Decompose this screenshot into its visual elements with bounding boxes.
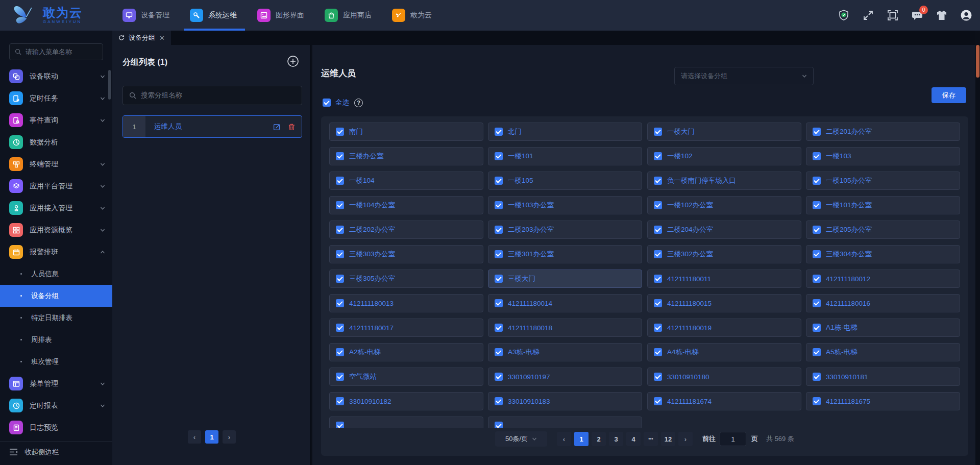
device-cell[interactable]: 412111180017 — [329, 319, 483, 337]
device-cell[interactable]: 二楼202办公室 — [329, 221, 483, 239]
device-cell[interactable]: 一楼101办公室 — [806, 196, 960, 214]
device-checkbox[interactable] — [336, 324, 344, 332]
device-checkbox[interactable] — [654, 201, 662, 209]
device-checkbox[interactable] — [495, 128, 503, 136]
sidebar-item[interactable]: 应用平台管理 — [0, 175, 112, 197]
device-checkbox[interactable] — [336, 128, 344, 136]
add-group-button[interactable] — [287, 55, 299, 67]
device-cell[interactable]: 33010910181 — [806, 368, 960, 386]
device-checkbox[interactable] — [654, 226, 662, 234]
device-cell[interactable]: 三楼301办公室 — [488, 245, 642, 263]
device-checkbox[interactable] — [654, 275, 662, 283]
device-checkbox[interactable] — [813, 152, 821, 160]
refresh-icon[interactable] — [118, 35, 125, 41]
tab-device-group[interactable]: 设备分组 ✕ — [112, 31, 171, 45]
tab-close-icon[interactable]: ✕ — [159, 35, 165, 41]
sidebar-item[interactable]: 终端管理 — [0, 153, 112, 175]
sidebar-item[interactable]: 数据分析 — [0, 131, 112, 153]
prev-page-button[interactable]: ‹ — [557, 432, 571, 446]
device-checkbox[interactable] — [495, 226, 503, 234]
page-size-select[interactable]: 50条/页 — [495, 431, 547, 447]
device-cell[interactable]: 二楼201办公室 — [806, 123, 960, 141]
device-cell[interactable]: 北门 — [488, 123, 642, 141]
device-cell[interactable]: 二楼205办公室 — [806, 221, 960, 239]
device-cell[interactable]: 一楼105办公室 — [806, 172, 960, 190]
device-checkbox[interactable] — [336, 397, 344, 405]
fullscreen-icon[interactable] — [862, 8, 875, 23]
device-cell[interactable]: 负一楼南门停车场入口 — [647, 172, 801, 190]
sidebar-subitem[interactable]: 周排表 — [0, 329, 112, 351]
goto-page-input[interactable]: 1 — [720, 432, 746, 446]
device-checkbox[interactable] — [813, 373, 821, 381]
nav-item-app-store[interactable]: 应用商店 — [325, 0, 386, 31]
sidebar-item[interactable]: 事件查询 — [0, 109, 112, 131]
device-checkbox[interactable] — [495, 152, 503, 160]
device-cell[interactable]: 412111180011 — [647, 270, 801, 288]
device-cell[interactable]: 三楼305办公室 — [329, 270, 483, 288]
device-group-select[interactable]: 请选择设备分组 — [674, 67, 814, 85]
device-checkbox[interactable] — [654, 397, 662, 405]
group-prev-page-button[interactable]: ‹ — [188, 430, 201, 444]
device-checkbox[interactable] — [495, 397, 503, 405]
brand-logo[interactable]: 敢为云 GANWEIYUN — [11, 3, 83, 27]
device-cell[interactable]: 一楼103 — [806, 147, 960, 165]
device-checkbox[interactable] — [336, 250, 344, 258]
device-cell[interactable]: 一楼102办公室 — [647, 196, 801, 214]
collapse-sidebar-button[interactable]: 收起侧边栏 — [0, 442, 112, 462]
device-cell[interactable]: 一楼104办公室 — [329, 196, 483, 214]
help-icon[interactable]: ? — [354, 99, 363, 107]
page-1-button[interactable]: 1 — [574, 432, 589, 446]
device-cell[interactable]: 一楼101 — [488, 147, 642, 165]
device-cell[interactable]: 412111180019 — [647, 319, 801, 337]
device-checkbox[interactable] — [654, 373, 662, 381]
device-checkbox[interactable] — [813, 348, 821, 356]
page-3-button[interactable]: 3 — [609, 432, 623, 446]
select-all-label[interactable]: 全选 — [335, 98, 349, 107]
device-checkbox[interactable] — [813, 128, 821, 136]
sidebar-item[interactable]: 定时报表 — [0, 395, 112, 417]
device-cell[interactable]: 33010910180 — [647, 368, 801, 386]
security-shield-icon[interactable] — [837, 8, 850, 23]
screenshot-frame-icon[interactable] — [886, 8, 899, 23]
user-avatar[interactable] — [960, 8, 973, 23]
device-checkbox[interactable] — [654, 250, 662, 258]
device-checkbox[interactable] — [813, 324, 821, 332]
device-checkbox[interactable] — [336, 152, 344, 160]
select-all-checkbox[interactable] — [323, 99, 331, 107]
device-cell-partial[interactable] — [488, 417, 642, 428]
device-checkbox[interactable] — [336, 201, 344, 209]
device-cell[interactable]: 412111180015 — [647, 294, 801, 312]
device-checkbox[interactable] — [495, 201, 503, 209]
device-cell[interactable]: 三楼大门 — [488, 270, 642, 288]
device-cell[interactable]: 412111180014 — [488, 294, 642, 312]
sidebar-item[interactable]: 设备联动 — [0, 65, 112, 87]
device-cell[interactable]: 三楼办公室 — [329, 147, 483, 165]
device-checkbox[interactable] — [654, 324, 662, 332]
device-checkbox[interactable] — [336, 422, 344, 428]
edit-icon[interactable] — [273, 123, 281, 131]
device-checkbox[interactable] — [495, 299, 503, 307]
device-cell[interactable]: 一楼102 — [647, 147, 801, 165]
device-checkbox[interactable] — [813, 201, 821, 209]
device-cell[interactable]: 一楼大门 — [647, 123, 801, 141]
device-checkbox[interactable] — [336, 348, 344, 356]
device-checkbox[interactable] — [813, 397, 821, 405]
device-cell[interactable]: 412111180013 — [329, 294, 483, 312]
device-checkbox[interactable] — [495, 250, 503, 258]
device-checkbox[interactable] — [654, 177, 662, 185]
theme-shirt-icon[interactable] — [935, 8, 948, 23]
device-checkbox[interactable] — [813, 226, 821, 234]
device-checkbox[interactable] — [654, 128, 662, 136]
nav-item-device-management[interactable]: 设备管理 — [122, 0, 184, 31]
device-checkbox[interactable] — [654, 299, 662, 307]
device-cell[interactable]: 三楼304办公室 — [806, 245, 960, 263]
device-cell[interactable]: 一楼103办公室 — [488, 196, 642, 214]
sidebar-subitem[interactable]: 人员信息 — [0, 263, 112, 285]
device-cell[interactable]: 三楼303办公室 — [329, 245, 483, 263]
device-checkbox[interactable] — [336, 275, 344, 283]
device-cell[interactable]: 33010910197 — [488, 368, 642, 386]
window-scrollbar-thumb[interactable] — [976, 45, 979, 78]
sidebar-subitem[interactable]: 班次管理 — [0, 351, 112, 373]
device-checkbox[interactable] — [336, 177, 344, 185]
device-cell[interactable]: 南门 — [329, 123, 483, 141]
